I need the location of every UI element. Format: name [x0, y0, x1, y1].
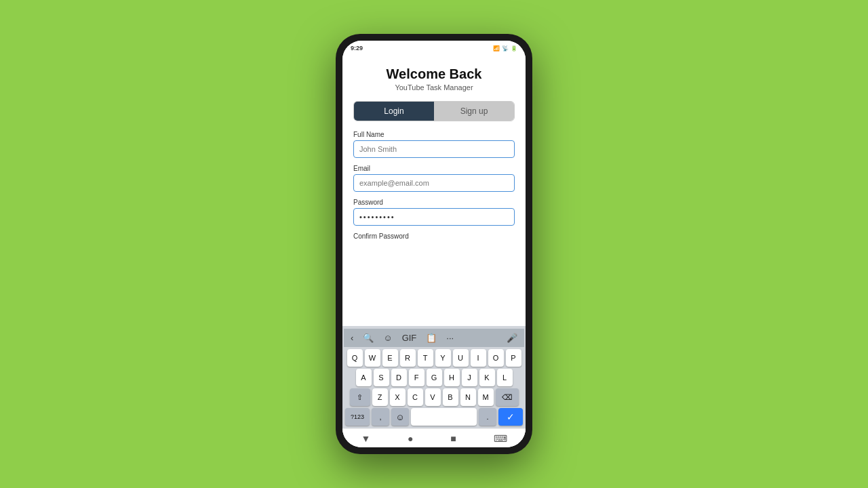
- key-n[interactable]: N: [460, 388, 476, 406]
- key-backspace[interactable]: ⌫: [496, 388, 519, 406]
- phone-device: 9:29 📶 📡 🔋 Welcome Back YouTube Task Man…: [336, 34, 532, 454]
- status-bar: 9:29 📶 📡 🔋: [342, 41, 526, 53]
- key-o[interactable]: O: [488, 349, 504, 367]
- confirm-password-group: Confirm Password: [353, 232, 515, 240]
- key-i[interactable]: I: [471, 349, 486, 367]
- kb-mic-btn[interactable]: 🎤: [504, 331, 520, 344]
- key-e[interactable]: E: [382, 349, 398, 367]
- kb-gif-btn[interactable]: GIF: [399, 331, 420, 344]
- key-j[interactable]: J: [462, 369, 477, 386]
- key-c[interactable]: C: [408, 388, 423, 406]
- key-d[interactable]: D: [391, 369, 407, 386]
- key-space[interactable]: [411, 408, 477, 426]
- tab-login[interactable]: Login: [354, 102, 434, 121]
- fullname-label: Full Name: [353, 131, 515, 138]
- password-label: Password: [353, 199, 515, 206]
- fullname-group: Full Name: [353, 131, 515, 158]
- key-q[interactable]: Q: [347, 349, 363, 367]
- scroll-area: Welcome Back YouTube Task Manager Login …: [342, 53, 526, 326]
- app-content: Welcome Back YouTube Task Manager Login …: [342, 53, 526, 447]
- kb-row-2: A S D F G H J K L: [345, 369, 523, 386]
- status-time: 9:29: [351, 45, 363, 52]
- key-k[interactable]: K: [479, 369, 495, 386]
- phone-screen: 9:29 📶 📡 🔋 Welcome Back YouTube Task Man…: [342, 41, 526, 447]
- kb-row-3: ⇧ Z X C V B N M ⌫: [345, 388, 523, 406]
- wifi-icon: 📶: [493, 45, 500, 52]
- kb-search-btn[interactable]: 🔍: [360, 331, 376, 344]
- key-a[interactable]: A: [356, 369, 372, 386]
- key-x[interactable]: X: [390, 388, 406, 406]
- keyboard: ‹ 🔍 ☺ GIF 📋 ··· 🎤 Q W E R T: [342, 326, 526, 428]
- nav-back[interactable]: ▼: [361, 433, 370, 444]
- email-label: Email: [353, 165, 515, 172]
- key-num-sym[interactable]: ?123: [345, 408, 370, 426]
- status-icons: 📶 📡 🔋: [493, 45, 517, 52]
- fullname-input[interactable]: [353, 140, 515, 158]
- nav-recents[interactable]: ■: [450, 433, 456, 444]
- key-r[interactable]: R: [400, 349, 416, 367]
- key-s[interactable]: S: [374, 369, 389, 386]
- app-subtitle: YouTube Task Manager: [353, 83, 515, 92]
- key-comma[interactable]: ,: [372, 408, 389, 426]
- welcome-heading: Welcome Back: [353, 66, 515, 82]
- tab-signup[interactable]: Sign up: [434, 102, 514, 121]
- key-w[interactable]: W: [365, 349, 380, 367]
- key-m[interactable]: M: [478, 388, 494, 406]
- kb-clipboard-btn[interactable]: 📋: [423, 331, 439, 344]
- kb-more-btn[interactable]: ···: [443, 331, 500, 344]
- kb-sticker-btn[interactable]: ☺: [380, 331, 395, 344]
- key-f[interactable]: F: [409, 369, 425, 386]
- email-group: Email: [353, 165, 515, 192]
- keyboard-rows: Q W E R T Y U I O P A S: [344, 349, 524, 426]
- key-z[interactable]: Z: [372, 388, 388, 406]
- signal-icon: 📡: [502, 45, 509, 52]
- auth-tabs: Login Sign up: [353, 101, 515, 121]
- key-p[interactable]: P: [506, 349, 521, 367]
- confirm-password-label: Confirm Password: [353, 232, 515, 240]
- nav-home[interactable]: ●: [408, 433, 413, 444]
- battery-icon: 🔋: [511, 45, 517, 52]
- nav-keyboard[interactable]: ⌨: [494, 433, 507, 444]
- key-v[interactable]: V: [425, 388, 441, 406]
- app-title: Welcome Back YouTube Task Manager: [353, 66, 515, 92]
- key-period[interactable]: .: [479, 408, 496, 426]
- key-g[interactable]: G: [427, 369, 442, 386]
- keyboard-toolbar: ‹ 🔍 ☺ GIF 📋 ··· 🎤: [344, 329, 524, 347]
- password-input[interactable]: [353, 208, 515, 226]
- key-h[interactable]: H: [444, 369, 460, 386]
- key-t[interactable]: T: [418, 349, 433, 367]
- email-input[interactable]: [353, 174, 515, 192]
- kb-row-1: Q W E R T Y U I O P: [345, 349, 523, 367]
- nav-bar: ▼ ● ■ ⌨: [342, 428, 526, 447]
- key-emoji[interactable]: ☺: [391, 408, 409, 426]
- key-shift[interactable]: ⇧: [350, 388, 370, 406]
- password-group: Password: [353, 199, 515, 226]
- key-enter[interactable]: ✓: [498, 408, 523, 426]
- kb-back-btn[interactable]: ‹: [348, 331, 356, 344]
- key-y[interactable]: Y: [435, 349, 451, 367]
- key-b[interactable]: B: [443, 388, 458, 406]
- kb-row-4: ?123 , ☺ . ✓: [345, 408, 523, 426]
- key-l[interactable]: L: [497, 369, 513, 386]
- key-u[interactable]: U: [453, 349, 469, 367]
